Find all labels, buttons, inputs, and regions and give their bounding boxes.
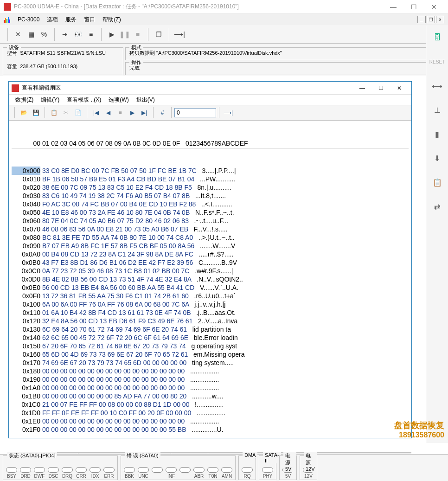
hex-exit-icon[interactable]: ⟶| (222, 107, 234, 119)
hex-row[interactable]: 0x1D0 FF FF 0F FE FF FF 00 10 C0 FF 00 2… (12, 409, 409, 417)
hex-row[interactable]: 0x1C0 21 00 07 FE FF FF 00 08 00 00 00 8… (12, 400, 409, 409)
hex-row[interactable]: 0x040 F0 AC 3C 00 74 FC BB 07 00 B4 0E C… (12, 200, 409, 208)
close-button[interactable]: ✕ (424, 0, 444, 14)
hex-row[interactable]: 0x1F0 00 00 00 00 00 00 00 00 00 00 00 0… (12, 425, 409, 434)
hex-menu-data[interactable]: 数据(Z) (12, 96, 37, 104)
hex-row[interactable]: 0x140 62 6C 65 00 45 72 72 6F 72 20 6C 6… (12, 333, 409, 342)
hex-row[interactable]: 0x190 00 00 00 00 00 00 00 00 00 00 00 0… (12, 375, 409, 384)
chip-icon[interactable]: ▦ (25, 28, 38, 41)
settings-icon[interactable]: ⇄ (430, 199, 445, 214)
hex-minimize-button[interactable]: — (353, 82, 371, 95)
hex-row[interactable]: 0x130 6C 69 64 20 70 61 72 74 69 74 69 6… (12, 325, 409, 333)
hex-row[interactable]: 0x100 6A 00 6A 00 FF 76 0A FF 76 08 6A 0… (12, 300, 409, 308)
hex-menubar: 数据(Z) 编辑(Y) 查看模版 ..(X) 选项(W) 退出(V) (9, 95, 411, 105)
ruler-icon[interactable]: ⟷ (430, 78, 445, 93)
hex-row[interactable]: 0x1A0 00 00 00 00 00 00 00 00 00 00 00 0… (12, 384, 409, 392)
hex-menu-edit[interactable]: 编辑(Y) (37, 96, 63, 104)
hex-row[interactable]: 0x110 01 6A 10 B4 42 8B F4 CD 13 61 61 7… (12, 308, 409, 317)
mdi-restore[interactable]: ❐ (427, 16, 435, 23)
hex-close-button[interactable]: ✕ (390, 82, 409, 95)
list-icon[interactable]: ≡ (84, 28, 97, 41)
db-icon[interactable]: 🗄 (430, 30, 445, 45)
pause-button[interactable]: ❚❚ (118, 28, 131, 41)
status-light (103, 467, 115, 473)
status-label: ABR (193, 474, 205, 479)
tool4-icon[interactable]: ⬇ (430, 151, 445, 166)
hex-row[interactable]: 0x170 74 69 6E 67 20 73 79 73 74 65 6D 0… (12, 359, 409, 367)
hex-menu-exit[interactable]: 退出(V) (133, 96, 159, 104)
cut-icon[interactable]: ✂ (60, 107, 72, 119)
hex-grid[interactable]: 00 01 02 03 04 05 06 07 08 09 0A 0B 0C 0… (9, 121, 411, 452)
minimize-button[interactable]: — (383, 0, 403, 14)
expand-icon[interactable]: ⇥ (58, 28, 71, 41)
window-title: PC-3000 UDMA-E - China - [Data Extractor… (14, 3, 383, 11)
grid-icon[interactable]: # (156, 107, 168, 119)
hex-toolbar: 📂 💾 📋 ✂ 📄 |◀ ◀ ■ ▶ ▶| # ⟶| (9, 105, 411, 121)
hex-row[interactable]: 0x160 65 6D 00 4D 69 73 73 69 6E 67 20 6… (12, 350, 409, 359)
hex-maximize-button[interactable]: ☐ (371, 82, 390, 95)
mdi-minimize[interactable]: _ (417, 16, 426, 23)
status-light (179, 467, 191, 473)
tools-icon[interactable]: ✕ (12, 28, 25, 41)
next-button[interactable]: ▶ (126, 107, 138, 119)
stop-button[interactable]: ■ (131, 28, 144, 41)
status-group: 状态 (SATA0)-[PIO4]BSYDRDDWFDSCDRQCRRIDXER… (3, 455, 118, 480)
prev-button[interactable]: ◀ (102, 107, 114, 119)
hex-header: 00 01 02 03 04 05 06 07 08 09 0A 0B 0C 0… (12, 139, 409, 149)
tool5-icon[interactable]: 📋 (430, 175, 445, 190)
menu-window[interactable]: 窗口 (80, 16, 99, 24)
hex-row[interactable]: 0x010 BF 1B 06 50 57 B9 E5 01 F3 A4 CB B… (12, 175, 409, 183)
save-icon[interactable]: 💾 (30, 107, 42, 119)
maximize-button[interactable]: ☐ (403, 0, 424, 14)
hex-row[interactable]: 0x1B0 00 00 00 00 00 00 00 00 85 AD FA 7… (12, 392, 409, 400)
last-button[interactable]: ▶| (138, 107, 150, 119)
play-button[interactable]: ▶ (105, 28, 118, 41)
hex-menu-options[interactable]: 选项(W) (105, 96, 132, 104)
hex-row[interactable]: 0x050 4E 10 E8 46 00 73 2A FE 46 10 80 7… (12, 208, 409, 217)
hex-row[interactable]: 0x0D0 8B 4E 02 8B 56 00 CD 13 73 51 4F 7… (12, 275, 409, 283)
main-menubar: PC-3000 选项 服务 窗口 帮助(Z) _ ❐ × (0, 14, 448, 25)
stop-nav-button[interactable]: ■ (114, 107, 126, 119)
hex-row[interactable]: 0x090 B7 07 EB A9 8B FC 1E 57 8B F5 CB B… (12, 242, 409, 250)
hex-menu-template[interactable]: 查看模版 ..(X) (63, 96, 105, 104)
binoculars-icon[interactable]: 👀 (71, 28, 84, 41)
hex-row[interactable]: 0x0E0 56 00 CD 13 EB E4 8A 56 00 60 BB A… (12, 283, 409, 292)
first-button[interactable]: |◀ (90, 107, 102, 119)
svg-rect-4 (9, 19, 10, 23)
hex-row[interactable]: 0x020 38 6E 00 7C 09 75 13 83 C5 10 E2 F… (12, 183, 409, 192)
hex-row[interactable]: 0x0B0 43 F7 E3 8B D1 86 D6 B1 06 D2 EE 4… (12, 258, 409, 267)
reset-icon[interactable]: RESET (430, 54, 445, 69)
hex-row[interactable]: 0x060 80 7E 04 0C 74 05 A0 B6 07 75 D2 8… (12, 217, 409, 225)
goto-input[interactable] (174, 108, 216, 117)
menu-services[interactable]: 服务 (62, 16, 80, 24)
status-light (20, 467, 31, 473)
copy-icon[interactable]: ❐ (152, 28, 165, 41)
tool3-icon[interactable]: ▮ (430, 127, 445, 141)
hex-row[interactable]: 0x1E0 00 00 00 00 00 00 00 00 00 00 00 0… (12, 417, 409, 425)
exit-icon[interactable]: ⟶| (173, 28, 186, 41)
menu-app[interactable]: PC-3000 (14, 16, 43, 23)
tool2-icon[interactable]: ⊥ (430, 103, 445, 117)
hex-row[interactable]: 0x030 83 C6 10 49 74 19 38 2C 74 F6 A0 B… (12, 192, 409, 200)
status-group: 电源 12V12V (300, 455, 317, 480)
hex-row[interactable]: 0x070 46 08 06 83 56 0A 00 E8 21 00 73 0… (12, 225, 409, 233)
copy-icon[interactable]: 📋 (48, 107, 60, 119)
hex-row[interactable]: 0x180 00 00 00 00 00 00 00 00 00 00 00 0… (12, 367, 409, 375)
hex-row[interactable]: 0x0C0 0A 77 23 72 05 39 46 08 73 1C B8 0… (12, 267, 409, 275)
status-label: UNC (138, 474, 149, 479)
percent-icon[interactable]: % (38, 28, 51, 41)
mdi-close[interactable]: × (436, 16, 444, 23)
menu-help[interactable]: 帮助(Z) (99, 16, 124, 24)
menu-options[interactable]: 选项 (43, 16, 62, 24)
hex-row[interactable]: 0x120 32 E4 8A 56 00 CD 13 EB D6 61 F9 C… (12, 317, 409, 325)
hex-row[interactable]: 0x080 BC 81 3E FE 7D 55 AA 74 0B 80 7E 1… (12, 233, 409, 242)
svg-rect-1 (5, 18, 6, 23)
main-titlebar: PC-3000 UDMA-E - China - [Data Extractor… (0, 0, 448, 14)
hex-row[interactable]: 0x0F0 13 72 36 81 FB 55 AA 75 30 F6 C1 0… (12, 292, 409, 300)
open-icon[interactable]: 📂 (18, 107, 30, 119)
hex-row[interactable]: 0x150 67 20 6F 70 65 72 61 74 69 6E 67 2… (12, 342, 409, 350)
status-light (34, 467, 45, 473)
hex-row[interactable]: 0x000 33 C0 8E D0 BC 00 7C FB 50 07 50 1… (12, 167, 409, 175)
hex-row[interactable]: 0x0A0 00 B4 08 CD 13 72 23 8A C1 24 3F 9… (12, 250, 409, 258)
paste-icon[interactable]: 📄 (72, 107, 84, 119)
